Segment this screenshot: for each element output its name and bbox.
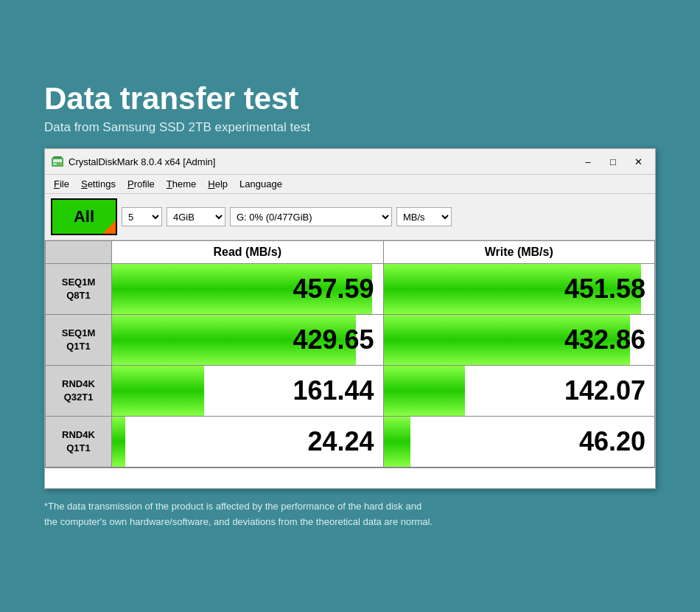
table-row: RND4KQ32T1 161.44 142.07 bbox=[46, 366, 655, 417]
write-value-1: 432.86 bbox=[383, 315, 655, 366]
count-select[interactable]: 5 1 3 bbox=[122, 207, 162, 226]
write-value-3: 46.20 bbox=[383, 417, 655, 467]
menu-bar: File Settings Profile Theme Help Languag… bbox=[45, 175, 655, 194]
read-value-0: 457.59 bbox=[112, 264, 384, 315]
menu-theme[interactable]: Theme bbox=[161, 176, 202, 192]
app-icon bbox=[51, 155, 64, 168]
menu-profile[interactable]: Profile bbox=[122, 176, 161, 192]
unit-select[interactable]: MB/s GB/s bbox=[396, 207, 452, 226]
svg-rect-3 bbox=[58, 163, 62, 165]
drive-select[interactable]: G: 0% (0/477GiB) bbox=[230, 207, 392, 226]
footnote: *The data transmission of the product is… bbox=[44, 499, 656, 530]
read-value-1: 429.65 bbox=[112, 315, 384, 366]
read-header: Read (MB/s) bbox=[112, 241, 384, 264]
status-bar bbox=[45, 467, 655, 488]
menu-language[interactable]: Language bbox=[234, 176, 288, 192]
page-subtitle: Data from Samsung SSD 2TB experimental t… bbox=[44, 120, 656, 135]
svg-rect-1 bbox=[53, 159, 62, 162]
window-controls: – □ ✕ bbox=[577, 153, 649, 170]
table-row: RND4KQ1T1 24.24 46.20 bbox=[46, 417, 655, 467]
table-row: SEQ1MQ1T1 429.65 432.86 bbox=[46, 315, 655, 366]
all-button[interactable]: All bbox=[51, 198, 117, 235]
write-header: Write (MB/s) bbox=[383, 241, 655, 264]
close-button[interactable]: ✕ bbox=[627, 153, 649, 170]
menu-settings[interactable]: Settings bbox=[75, 176, 122, 192]
menu-file[interactable]: File bbox=[48, 176, 75, 192]
svg-rect-2 bbox=[53, 163, 57, 165]
row-label-3: RND4KQ1T1 bbox=[46, 417, 112, 467]
benchmark-table: Read (MB/s) Write (MB/s) SEQ1MQ8T1 457.5… bbox=[45, 240, 655, 467]
minimize-button[interactable]: – bbox=[577, 153, 599, 170]
row-label-2: RND4KQ32T1 bbox=[46, 366, 112, 417]
row-label-1: SEQ1MQ1T1 bbox=[46, 315, 112, 366]
write-value-0: 451.58 bbox=[383, 264, 655, 315]
app-window: CrystalDiskMark 8.0.4 x64 [Admin] – □ ✕ … bbox=[44, 148, 656, 489]
read-value-3: 24.24 bbox=[112, 417, 384, 467]
menu-help[interactable]: Help bbox=[202, 176, 234, 192]
read-value-2: 161.44 bbox=[112, 366, 384, 417]
title-bar: CrystalDiskMark 8.0.4 x64 [Admin] – □ ✕ bbox=[45, 149, 655, 175]
page-title: Data transfer test bbox=[44, 82, 656, 116]
window-title: CrystalDiskMark 8.0.4 x64 [Admin] bbox=[69, 156, 577, 167]
svg-marker-4 bbox=[52, 156, 63, 158]
row-label-0: SEQ1MQ8T1 bbox=[46, 264, 112, 315]
size-select[interactable]: 4GiB 1GiB 512MiB bbox=[167, 207, 225, 226]
toolbar: All 5 1 3 4GiB 1GiB 512MiB G: 0% (0/477G… bbox=[45, 194, 655, 240]
maximize-button[interactable]: □ bbox=[602, 153, 624, 170]
write-value-2: 142.07 bbox=[383, 366, 655, 417]
table-row: SEQ1MQ8T1 457.59 451.58 bbox=[46, 264, 655, 315]
